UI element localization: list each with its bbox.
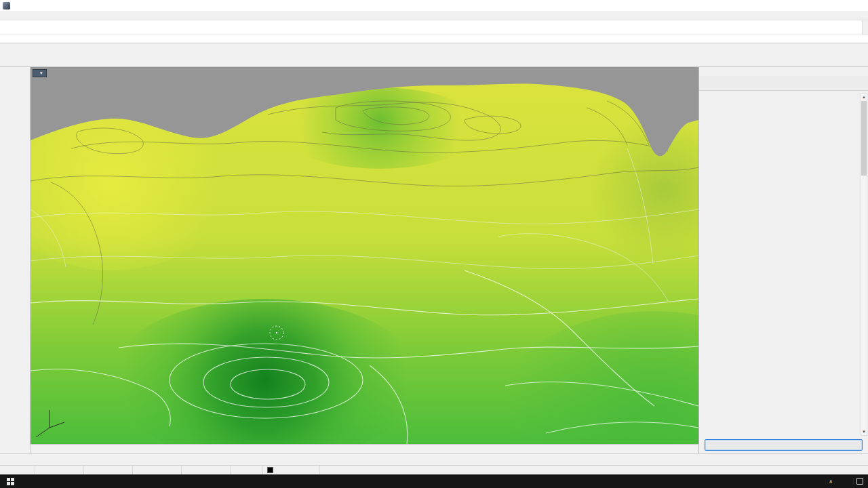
- panel-tab-bar: [699, 76, 868, 91]
- layer-indicator[interactable]: [263, 466, 320, 474]
- tray-chevron-icon[interactable]: ∧: [825, 479, 837, 485]
- toolbar-tab-bar: [0, 43, 868, 52]
- panel-settings-list: [699, 91, 868, 439]
- command-line-input[interactable]: [0, 35, 868, 43]
- notification-icon: [856, 478, 863, 485]
- viewport-canvas[interactable]: [31, 67, 698, 444]
- x-coordinate: [35, 466, 84, 474]
- system-tray: ∧: [825, 474, 868, 488]
- scroll-up-icon[interactable]: ▲: [861, 94, 867, 100]
- main-toolbar: [0, 52, 868, 67]
- command-history[interactable]: [0, 20, 868, 35]
- menu-bar: [0, 11, 868, 20]
- maximize-icon[interactable]: [830, 0, 848, 11]
- title-bar: [0, 0, 868, 11]
- z-coordinate: [133, 466, 182, 474]
- memory-usage: [320, 466, 328, 474]
- history-scrollbar[interactable]: [862, 20, 868, 35]
- windows-logo-icon: [7, 478, 14, 485]
- viewport-column: ▾: [31, 67, 698, 453]
- status-bar: [0, 465, 868, 474]
- y-coordinate: [84, 466, 133, 474]
- scrollbar-thumb[interactable]: [861, 101, 867, 176]
- start-button[interactable]: [0, 474, 20, 488]
- rhino-app-icon: [3, 2, 10, 9]
- tool-sidebar: [0, 67, 31, 453]
- display-panel: ▲ ▼: [698, 67, 868, 453]
- viewport-tab-bar: [31, 444, 698, 453]
- panel-button-row: [699, 439, 868, 453]
- close-icon[interactable]: [850, 0, 868, 11]
- action-center-button[interactable]: [853, 478, 865, 485]
- viewport-title-menu[interactable]: ▾: [33, 69, 47, 77]
- perspective-viewport[interactable]: ▾: [31, 67, 698, 444]
- units-display[interactable]: [231, 466, 263, 474]
- edit-shaded-settings-button[interactable]: [705, 439, 863, 451]
- terrain-mesh[interactable]: [31, 67, 698, 444]
- panel-title: [699, 67, 868, 76]
- minimize-icon[interactable]: [810, 0, 827, 11]
- cplane-button[interactable]: [0, 466, 35, 474]
- windows-taskbar: ∧: [0, 474, 868, 488]
- scroll-down-icon[interactable]: ▼: [861, 428, 867, 435]
- panel-scrollbar[interactable]: ▲ ▼: [861, 93, 867, 436]
- main-area: ▾ ▲ ▼: [0, 67, 868, 453]
- layer-color-chip: [267, 467, 273, 473]
- delta-coordinate: [182, 466, 231, 474]
- osnap-bar: [0, 453, 868, 465]
- chevron-down-icon: ▾: [40, 70, 43, 76]
- rhino-window: ▾ ▲ ▼: [0, 0, 868, 488]
